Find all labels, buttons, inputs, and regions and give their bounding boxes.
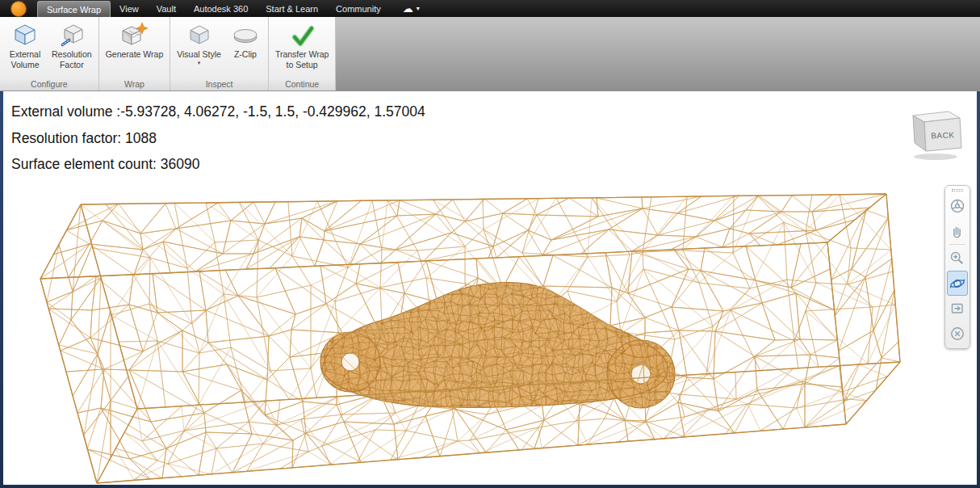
ribbon-empty-area bbox=[336, 17, 980, 90]
look-at-icon bbox=[949, 300, 966, 318]
tab-start-learn[interactable]: Start & Learn bbox=[257, 0, 327, 17]
pan-button[interactable] bbox=[947, 218, 968, 243]
app-button[interactable] bbox=[0, 0, 37, 17]
viewcube[interactable]: BACK bbox=[903, 106, 966, 162]
ribbon-group-configure: External Volume Resolution Factor bbox=[0, 17, 99, 90]
a360-cloud-button[interactable]: ☁ ▾ bbox=[403, 0, 420, 17]
resolution-factor-readout: Resolution factor: 1088 bbox=[11, 125, 425, 152]
ribbon-group-inspect: Visual Style ▾ Z-Clip Inspect bbox=[170, 17, 269, 90]
tab-surface-wrap[interactable]: Surface Wrap bbox=[37, 1, 111, 17]
external-volume-button[interactable]: External Volume bbox=[2, 19, 48, 78]
tab-community[interactable]: Community bbox=[327, 0, 390, 17]
navigation-bar[interactable] bbox=[944, 185, 970, 349]
visual-style-button[interactable]: Visual Style ▾ bbox=[173, 19, 225, 78]
button-label: Z-Clip bbox=[234, 49, 257, 59]
tab-vault[interactable]: Vault bbox=[148, 0, 185, 17]
group-label-inspect: Inspect bbox=[170, 78, 268, 90]
button-label: Volume bbox=[10, 60, 39, 69]
mesh-readout: External volume :-5.93728, 4.06272, -1.5… bbox=[11, 99, 425, 178]
ribbon-group-wrap: Generate Wrap Wrap bbox=[99, 17, 171, 90]
cloud-icon: ☁ bbox=[403, 2, 413, 15]
navigation-wheel-button[interactable] bbox=[947, 193, 968, 218]
window-body: External volume :-5.93728, 4.06272, -1.5… bbox=[0, 91, 980, 488]
button-label: Generate Wrap bbox=[106, 49, 164, 59]
zoom-icon bbox=[949, 250, 966, 267]
external-volume-readout: External volume :-5.93728, 4.06272, -1.5… bbox=[11, 99, 425, 125]
visual-style-cube-icon bbox=[187, 21, 211, 48]
viewcube-shadow bbox=[914, 154, 957, 160]
button-label: Factor bbox=[60, 60, 84, 69]
zoom-button[interactable] bbox=[947, 246, 968, 271]
ribbon-group-continue: Transfer Wrap to Setup Continue bbox=[269, 17, 337, 90]
external-volume-cube-icon bbox=[13, 21, 37, 48]
orbit-button[interactable] bbox=[947, 271, 968, 296]
surface-element-count-readout: Surface element count: 36090 bbox=[11, 151, 425, 178]
tab-view[interactable]: View bbox=[111, 0, 148, 17]
navigation-wheel-icon bbox=[949, 197, 966, 215]
close-navbar-button[interactable] bbox=[947, 321, 968, 346]
app-window: Surface Wrap View Vault Autodesk 360 Sta… bbox=[0, 0, 980, 488]
navbar-drag-handle[interactable] bbox=[952, 189, 963, 191]
app-logo-icon bbox=[10, 1, 27, 17]
menubar: Surface Wrap View Vault Autodesk 360 Sta… bbox=[0, 0, 980, 17]
z-clip-disc-icon bbox=[232, 21, 259, 48]
navbar-divider bbox=[949, 244, 965, 245]
pan-hand-icon bbox=[949, 222, 966, 240]
generate-wrap-button[interactable]: Generate Wrap bbox=[102, 19, 168, 78]
orbit-icon bbox=[949, 275, 966, 292]
button-label: to Setup bbox=[287, 60, 318, 69]
generate-wrap-icon bbox=[120, 21, 148, 48]
group-label-configure: Configure bbox=[0, 78, 98, 90]
close-icon bbox=[949, 325, 966, 343]
viewcube-face-label: BACK bbox=[931, 130, 955, 140]
resolution-factor-button[interactable]: Resolution Factor bbox=[48, 19, 96, 78]
z-clip-button[interactable]: Z-Clip bbox=[225, 19, 266, 78]
button-label: Visual Style bbox=[177, 49, 221, 59]
group-label-continue: Continue bbox=[269, 78, 336, 90]
transfer-wrap-to-setup-button[interactable]: Transfer Wrap to Setup bbox=[271, 19, 333, 78]
button-label: Transfer Wrap bbox=[275, 49, 329, 59]
chevron-down-icon: ▾ bbox=[417, 5, 420, 12]
button-label: Resolution bbox=[52, 49, 92, 59]
viewport-3d[interactable]: External volume :-5.93728, 4.06272, -1.5… bbox=[3, 91, 977, 485]
ribbon: External Volume Resolution Factor bbox=[0, 17, 980, 91]
look-at-button[interactable] bbox=[947, 296, 968, 321]
green-check-icon bbox=[289, 21, 315, 48]
group-label-wrap: Wrap bbox=[99, 78, 170, 90]
tab-autodesk-360[interactable]: Autodesk 360 bbox=[185, 0, 257, 17]
resolution-factor-icon bbox=[60, 21, 84, 48]
visual-style-dropdown-caret-icon[interactable]: ▾ bbox=[198, 60, 201, 66]
button-label: External bbox=[10, 49, 41, 59]
